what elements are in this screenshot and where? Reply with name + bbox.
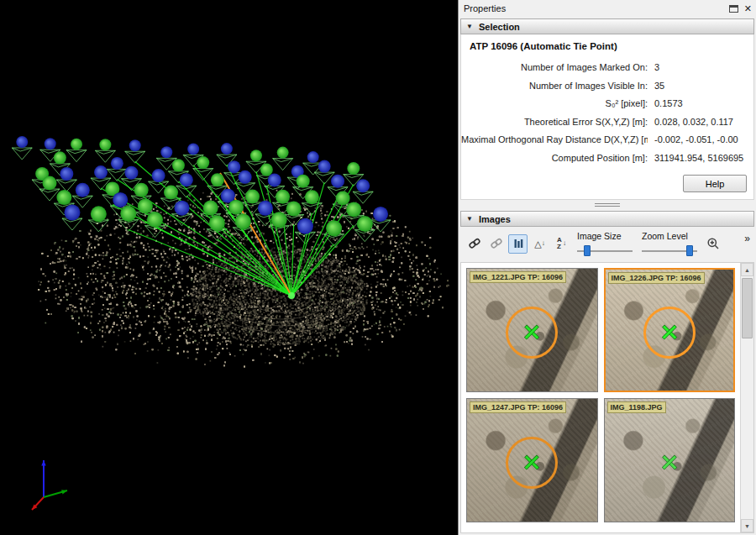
unlink-tie-point-button[interactable] xyxy=(486,234,506,254)
property-label: S₀² [pixel]: xyxy=(461,95,648,113)
scroll-up-button[interactable]: ▲ xyxy=(741,263,753,276)
collapse-triangle-icon: ▼ xyxy=(466,23,473,30)
point-cloud-canvas[interactable] xyxy=(0,0,458,535)
image-thumbnail[interactable]: IMG_1221.JPG TP: 16096 xyxy=(466,268,598,392)
link-tie-point-button[interactable] xyxy=(465,234,484,254)
section-splitter[interactable] xyxy=(459,200,756,209)
property-row: Computed Position [m]:311941.954, 516969… xyxy=(461,149,753,168)
thumbnails-area: IMG_1221.JPG TP: 16096IMG_1226.JPG TP: 1… xyxy=(460,262,754,533)
property-value: -0.002, -0.051, -0.00 xyxy=(648,131,753,149)
image-size-label: Image Size xyxy=(577,231,633,241)
zoom-button[interactable] xyxy=(703,234,722,254)
tie-point-cross-icon xyxy=(660,323,679,342)
3d-viewport[interactable] xyxy=(0,0,458,535)
triangle-icon: △ xyxy=(534,239,541,249)
property-label: Number of Images Visible In: xyxy=(461,77,648,96)
panel-titlebar: Properties ✕ xyxy=(459,0,756,17)
property-label: Computed Position [m]: xyxy=(461,149,648,168)
broken-link-icon xyxy=(490,237,503,250)
close-icon[interactable]: ✕ xyxy=(744,4,752,13)
property-label: Theoretical Error S(X,Y,Z) [m]: xyxy=(461,113,648,132)
help-button[interactable]: Help xyxy=(683,175,747,192)
thumbnail-filename-label: IMG_1226.JPG TP: 16096 xyxy=(608,272,705,284)
sort-by-marks-button[interactable] xyxy=(508,234,528,254)
help-row: Help xyxy=(461,167,753,196)
tie-point-title: ATP 16096 (Automatic Tie Point) xyxy=(461,39,753,59)
selection-body: ATP 16096 (Automatic Tie Point) Number o… xyxy=(460,34,754,200)
down-arrow-icon: ↓ xyxy=(542,240,545,247)
aerial-photo xyxy=(606,270,734,391)
panel-title: Properties xyxy=(464,3,729,13)
images-header-label: Images xyxy=(479,214,511,224)
scrollbar-track[interactable] xyxy=(741,276,753,519)
selection-section-header[interactable]: ▼ Selection xyxy=(460,18,754,34)
thumbnail-filename-label: IMG_1198.JPG xyxy=(607,401,666,413)
selection-fields: Number of Images Marked On:3Number of Im… xyxy=(461,59,753,167)
selection-header-label: Selection xyxy=(479,22,520,32)
letter-z-icon: Z xyxy=(557,244,562,250)
property-row: Number of Images Marked On:3 xyxy=(461,59,753,77)
slider-handle[interactable] xyxy=(584,245,591,256)
collapse-triangle-icon: ▼ xyxy=(466,215,473,223)
slider-handle[interactable] xyxy=(686,245,693,256)
property-value: 0.028, 0.032, 0.117 xyxy=(648,113,753,132)
property-value: 35 xyxy=(648,77,753,96)
property-row: Maximal Orthogonal Ray Distance D(X,Y,Z)… xyxy=(461,131,753,149)
aerial-photo xyxy=(605,399,735,522)
toolbar-overflow-button[interactable]: » xyxy=(741,231,753,246)
image-thumbnail[interactable]: IMG_1247.JPG TP: 16096 xyxy=(466,398,598,522)
sort-bars-icon xyxy=(512,237,525,250)
thumbnail-filename-label: IMG_1247.JPG TP: 16096 xyxy=(470,401,566,413)
float-window-icon[interactable] xyxy=(729,5,738,13)
down-arrow-icon: ↓ xyxy=(563,240,566,247)
tie-point-cross-icon xyxy=(522,454,541,472)
property-label: Number of Images Marked On: xyxy=(461,59,648,77)
link-icon xyxy=(468,237,481,250)
magnifier-plus-icon xyxy=(706,237,720,250)
property-value: 311941.954, 5169695 xyxy=(648,149,753,168)
images-section-header[interactable]: ▼ Images xyxy=(460,211,754,227)
thumbnails-scrollbar[interactable]: ▲ ▼ xyxy=(740,263,753,532)
property-row: S₀² [pixel]:0.1573 xyxy=(461,95,753,113)
images-toolbar: △↓ A Z ↓ Image Size Zoom Level xyxy=(459,227,756,262)
aerial-photo xyxy=(467,269,597,391)
property-value: 0.1573 xyxy=(648,95,753,113)
tie-point-cross-icon xyxy=(660,454,679,472)
zoom-level-group: Zoom Level xyxy=(642,231,697,256)
image-size-group: Image Size xyxy=(577,231,633,256)
sort-alphabetical-button[interactable]: A Z ↓ xyxy=(552,234,571,254)
image-thumbnail[interactable]: IMG_1198.JPG xyxy=(604,398,736,522)
property-label: Maximal Orthogonal Ray Distance D(X,Y,Z)… xyxy=(461,131,648,149)
property-value: 3 xyxy=(648,59,753,77)
property-row: Number of Images Visible In:35 xyxy=(461,77,753,96)
thumbnail-grid: IMG_1221.JPG TP: 16096IMG_1226.JPG TP: 1… xyxy=(461,263,740,532)
image-size-slider[interactable] xyxy=(577,245,633,256)
app-window: Properties ✕ ▼ Selection ATP 16096 (Auto… xyxy=(0,0,756,535)
zoom-level-slider[interactable] xyxy=(642,245,697,256)
zoom-level-label: Zoom Level xyxy=(642,231,697,241)
thumbnail-filename-label: IMG_1221.JPG TP: 16096 xyxy=(470,271,566,283)
tie-point-cross-icon xyxy=(522,323,541,342)
property-row: Theoretical Error S(X,Y,Z) [m]:0.028, 0.… xyxy=(461,113,753,132)
scrollbar-thumb[interactable] xyxy=(742,278,753,338)
aerial-photo xyxy=(467,399,597,522)
image-thumbnail[interactable]: IMG_1226.JPG TP: 16096 xyxy=(604,268,736,392)
properties-panel: Properties ✕ ▼ Selection ATP 16096 (Auto… xyxy=(458,0,756,535)
scroll-down-button[interactable]: ▼ xyxy=(741,519,753,532)
sort-by-quality-button[interactable]: △↓ xyxy=(530,234,549,254)
